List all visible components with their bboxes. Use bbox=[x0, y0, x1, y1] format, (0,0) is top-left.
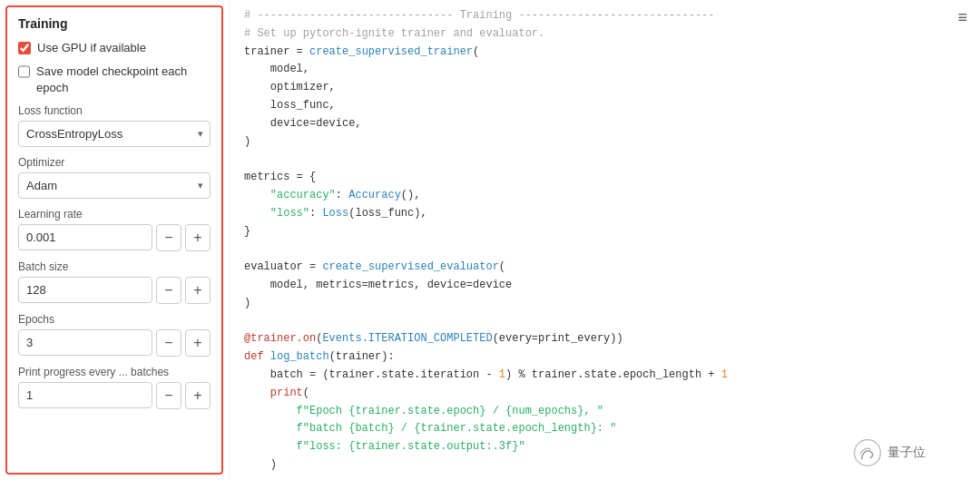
optimizer-select-wrapper: Adam SGD RMSprop Adagrad ▾ bbox=[18, 172, 211, 199]
watermark-text: 量子位 bbox=[887, 445, 926, 461]
code-panel: ≡ # ------------------------------ Train… bbox=[229, 0, 980, 480]
batch-size-input-row: − + bbox=[18, 277, 211, 304]
learning-rate-decrement-button[interactable]: − bbox=[156, 224, 181, 251]
epochs-group: Epochs − + bbox=[18, 313, 211, 357]
optimizer-group: Optimizer Adam SGD RMSprop Adagrad ▾ bbox=[18, 156, 211, 199]
learning-rate-increment-button[interactable]: + bbox=[185, 224, 211, 251]
print-progress-decrement-button[interactable]: − bbox=[156, 382, 181, 409]
code-block: # ------------------------------ Trainin… bbox=[244, 7, 965, 480]
use-gpu-label[interactable]: Use GPU if available bbox=[37, 40, 146, 56]
batch-size-decrement-button[interactable]: − bbox=[156, 277, 181, 304]
save-checkpoint-label[interactable]: Save model checkpoint each epoch bbox=[36, 64, 211, 96]
epochs-input-row: − + bbox=[18, 329, 211, 357]
batch-size-group: Batch size − + bbox=[18, 260, 211, 304]
loss-function-select[interactable]: CrossEntropyLoss MSELoss NLLLoss BCELoss bbox=[18, 121, 211, 147]
watermark: 量子位 bbox=[853, 438, 926, 467]
save-checkpoint-checkbox[interactable] bbox=[18, 65, 30, 78]
learning-rate-label: Learning rate bbox=[18, 208, 211, 220]
optimizer-label: Optimizer bbox=[18, 156, 211, 169]
learning-rate-input-row: − + bbox=[18, 224, 211, 251]
batch-size-increment-button[interactable]: + bbox=[185, 277, 211, 304]
loss-function-group: Loss function CrossEntropyLoss MSELoss N… bbox=[18, 104, 211, 147]
learning-rate-group: Learning rate − + bbox=[18, 208, 211, 251]
epochs-label: Epochs bbox=[18, 313, 211, 326]
batch-size-label: Batch size bbox=[18, 260, 211, 273]
epochs-input[interactable] bbox=[18, 329, 152, 356]
panel-title: Training bbox=[18, 16, 211, 31]
print-progress-input[interactable] bbox=[18, 382, 152, 408]
batch-size-input[interactable] bbox=[18, 277, 152, 303]
loss-function-select-wrapper: CrossEntropyLoss MSELoss NLLLoss BCELoss… bbox=[18, 121, 211, 147]
save-checkpoint-row: Save model checkpoint each epoch bbox=[18, 64, 211, 96]
svg-point-0 bbox=[855, 440, 881, 466]
watermark-logo-icon bbox=[853, 438, 882, 467]
print-progress-input-row: − + bbox=[18, 382, 211, 409]
epochs-decrement-button[interactable]: − bbox=[156, 329, 181, 357]
print-progress-increment-button[interactable]: + bbox=[185, 382, 211, 409]
optimizer-select[interactable]: Adam SGD RMSprop Adagrad bbox=[18, 172, 211, 199]
menu-icon[interactable]: ≡ bbox=[957, 9, 967, 25]
use-gpu-checkbox[interactable] bbox=[18, 42, 31, 54]
epochs-increment-button[interactable]: + bbox=[185, 329, 211, 357]
loss-function-label: Loss function bbox=[18, 104, 211, 117]
print-progress-label: Print progress every ... batches bbox=[18, 366, 211, 378]
use-gpu-row: Use GPU if available bbox=[18, 40, 211, 56]
print-progress-group: Print progress every ... batches − + bbox=[18, 366, 211, 409]
training-panel: Training Use GPU if available Save model… bbox=[5, 5, 223, 475]
learning-rate-input[interactable] bbox=[18, 224, 152, 250]
